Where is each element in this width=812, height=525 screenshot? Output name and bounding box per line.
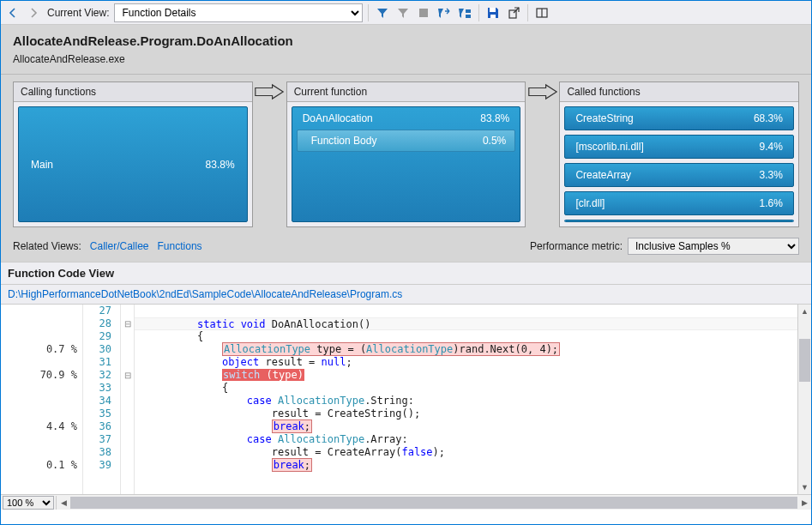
hot-path-icon[interactable] xyxy=(436,4,453,21)
caller-callee-link[interactable]: Caller/Callee xyxy=(90,240,149,252)
code-editor: 0.7 %70.9 %4.4 %0.1 % 272829303132333435… xyxy=(1,305,811,494)
function-body-pct: 0.5% xyxy=(483,135,506,147)
scroll-up-icon[interactable]: ▲ xyxy=(798,305,811,318)
back-button[interactable] xyxy=(4,4,21,21)
vertical-scrollbar[interactable]: ▲ ▼ xyxy=(797,305,811,494)
function-body-label: Function Body xyxy=(311,135,377,147)
calling-functions-title: Calling functions xyxy=(14,82,252,102)
calling-function-name: Main xyxy=(31,159,53,171)
stop-icon[interactable] xyxy=(415,4,432,21)
calling-function-pct: 83.8% xyxy=(206,159,235,171)
svg-rect-0 xyxy=(419,9,428,17)
scroll-right-icon[interactable]: ▶ xyxy=(797,496,811,510)
scroll-left-icon[interactable]: ◀ xyxy=(57,496,70,510)
current-function-pct: 83.8% xyxy=(480,112,509,124)
line-number-gutter: 27282930313233343536373839 xyxy=(83,305,121,494)
arrow-right-icon xyxy=(253,81,286,101)
svg-rect-4 xyxy=(490,15,496,18)
calling-functions-box: Calling functions Main 83.8% xyxy=(13,81,253,227)
svg-rect-2 xyxy=(466,15,471,18)
horizontal-scrollbar[interactable]: ◀ ▶ xyxy=(56,496,811,510)
svg-rect-1 xyxy=(466,9,471,13)
arrow-right-icon xyxy=(526,81,559,101)
header-panel: AllocateAndRelease.Program.DoAnAllocatio… xyxy=(1,25,811,75)
function-flow-panels: Calling functions Main 83.8% Current fun… xyxy=(1,75,811,234)
svg-rect-3 xyxy=(490,8,496,12)
pct-gutter: 0.7 %70.9 %4.4 %0.1 % xyxy=(1,305,83,494)
export-icon[interactable] xyxy=(505,4,522,21)
called-function-item[interactable] xyxy=(564,220,794,222)
called-function-item[interactable]: CreateString 68.3% xyxy=(564,106,794,130)
filter-icon[interactable] xyxy=(374,4,391,21)
zoom-select[interactable]: 100 % xyxy=(3,496,54,510)
called-function-item[interactable]: CreateArray 3.3% xyxy=(564,163,794,187)
fold-gutter: ⊟⊟ xyxy=(121,305,135,494)
columns-icon[interactable] xyxy=(533,4,550,21)
performance-metric-select[interactable]: Inclusive Samples % xyxy=(628,238,799,255)
function-body-item[interactable]: Function Body 0.5% xyxy=(297,130,516,152)
meta-row: Related Views: Caller/Callee Functions P… xyxy=(1,234,811,262)
toolbar: Current View: Function Details xyxy=(1,1,811,25)
code-view-header: Function Code View D:\HighPerformanceDot… xyxy=(1,262,811,305)
noise-reduction-icon[interactable] xyxy=(456,4,473,21)
filter-clear-icon[interactable] xyxy=(394,4,412,21)
current-function-panel[interactable]: DoAnAllocation 83.8% Function Body 0.5% xyxy=(292,106,521,222)
current-function-box: Current function DoAnAllocation 83.8% Fu… xyxy=(286,81,526,227)
code-view-title: Function Code View xyxy=(1,262,811,285)
performance-metric-label: Performance metric: xyxy=(530,240,623,252)
forward-button[interactable] xyxy=(25,4,42,21)
module-name: AllocateAndRelease.exe xyxy=(13,53,799,65)
called-function-item[interactable]: [clr.dll] 1.6% xyxy=(564,191,794,215)
scroll-thumb[interactable] xyxy=(799,339,810,382)
scroll-down-icon[interactable]: ▼ xyxy=(798,480,811,494)
calling-function-item[interactable]: Main 83.8% xyxy=(18,106,248,222)
called-function-item[interactable]: [mscorlib.ni.dll] 9.4% xyxy=(564,135,794,159)
current-view-label: Current View: xyxy=(47,7,109,19)
current-function-title: Current function xyxy=(287,82,526,102)
save-icon[interactable] xyxy=(484,4,502,21)
code-text[interactable]: static void DoAnAllocation() { Allocatio… xyxy=(135,305,797,494)
current-view-select[interactable]: Function Details xyxy=(114,3,363,22)
code-file-path[interactable]: D:\HighPerformanceDotNetBook\2ndEd\Sampl… xyxy=(1,285,811,304)
scroll-thumb[interactable] xyxy=(70,497,797,509)
called-functions-title: Called functions xyxy=(560,82,798,102)
status-bar: 100 % ◀ ▶ xyxy=(1,494,811,510)
called-functions-box: Called functions CreateString 68.3% [msc… xyxy=(559,81,799,227)
current-function-name: DoAnAllocation xyxy=(303,112,373,124)
functions-link[interactable]: Functions xyxy=(158,240,202,252)
related-views-label: Related Views: xyxy=(13,240,81,252)
page-title: AllocateAndRelease.Program.DoAnAllocatio… xyxy=(13,33,799,48)
